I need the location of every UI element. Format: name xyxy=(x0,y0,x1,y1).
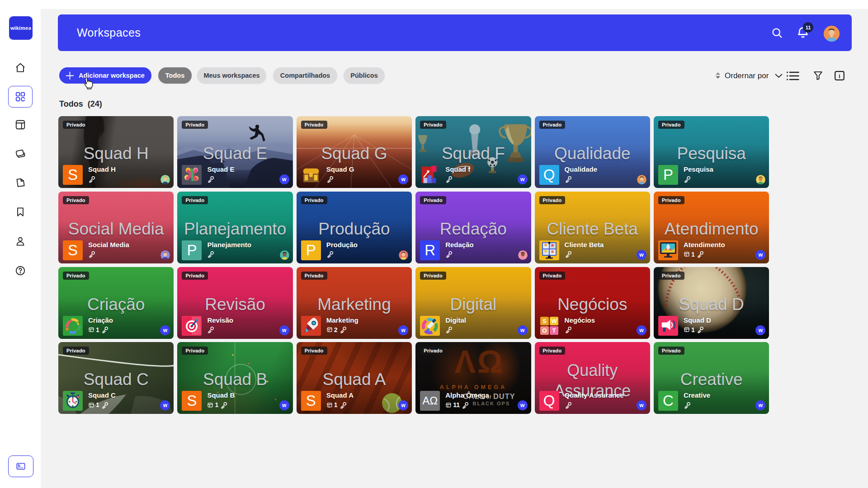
svg-text:i: i xyxy=(839,73,840,80)
svg-text:S: S xyxy=(542,318,547,324)
svg-text:O: O xyxy=(542,327,547,334)
svg-text:T: T xyxy=(552,327,556,334)
svg-text:W: W xyxy=(551,318,557,324)
